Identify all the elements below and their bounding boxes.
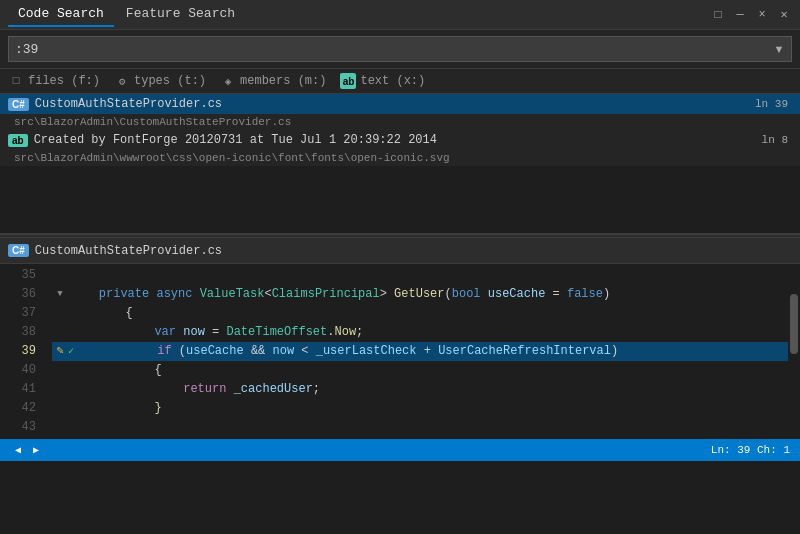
filter-members-label: members (m:): [240, 74, 326, 88]
search-dropdown-button[interactable]: ▼: [767, 37, 791, 61]
result-filename-1: CustomAuthStateProvider.cs: [35, 97, 222, 111]
code-line-43: [52, 418, 800, 437]
result-header-left-2: ab Created by FontForge 20120731 at Tue …: [8, 133, 437, 147]
nav-forward-button[interactable]: ▶: [28, 442, 44, 458]
result-path-2: src\BlazorAdmin\wwwroot\css\open-iconic\…: [0, 150, 800, 166]
nav-arrows: ◀ ▶: [10, 442, 44, 458]
line-indicator-41: [52, 380, 68, 399]
code-line-38-text: var now = DateTimeOffset.Now;: [68, 323, 363, 342]
text-icon: ab: [340, 73, 356, 89]
line-num-37: 37: [0, 304, 36, 323]
code-line-40: {: [52, 361, 800, 380]
result-header-2: ab Created by FontForge 20120731 at Tue …: [0, 130, 800, 150]
line-indicator-42: [52, 399, 68, 418]
line-num-42: 42: [0, 399, 36, 418]
tab-feature-search[interactable]: Feature Search: [116, 2, 245, 27]
line-indicator-35: [52, 266, 68, 285]
line-indicator-40: [52, 361, 68, 380]
result-header-left-1: C# CustomAuthStateProvider.cs: [8, 97, 222, 111]
filter-text[interactable]: ab text (x:): [340, 73, 425, 89]
code-line-37: {: [52, 304, 800, 323]
code-line-42-text: }: [68, 399, 162, 418]
line-num-35: 35: [0, 266, 36, 285]
result-linenum-2: ln 8: [762, 134, 788, 146]
line-indicator-43: [52, 418, 68, 437]
results-area: C# CustomAuthStateProvider.cs ln 39 src\…: [0, 94, 800, 234]
filter-members[interactable]: ◈ members (m:): [220, 73, 326, 89]
restore-button[interactable]: □: [710, 7, 726, 23]
code-line-39-text: if (useCache && now < _userLastCheck + U…: [78, 342, 618, 361]
code-line-36-text: private async ValueTask<ClaimsPrincipal>…: [70, 285, 610, 304]
code-line-41-text: return _cachedUser;: [68, 380, 320, 399]
filter-tabs: □ files (f:) ⚙ types (t:) ◈ members (m:)…: [0, 69, 800, 94]
filter-text-label: text (x:): [360, 74, 425, 88]
types-icon: ⚙: [114, 73, 130, 89]
line-num-43: 43: [0, 418, 36, 437]
filter-files[interactable]: □ files (f:): [8, 73, 100, 89]
status-position: Ln: 39 Ch: 1: [711, 444, 790, 456]
code-line-38: var now = DateTimeOffset.Now;: [52, 323, 800, 342]
status-bar: ◀ ▶ Ln: 39 Ch: 1: [0, 439, 800, 461]
code-panel: C# CustomAuthStateProvider.cs 35 36 37 3…: [0, 238, 800, 439]
filter-files-label: files (f:): [28, 74, 100, 88]
line-num-41: 41: [0, 380, 36, 399]
code-line-37-text: {: [68, 304, 133, 323]
code-panel-header: C# CustomAuthStateProvider.cs: [0, 238, 800, 264]
file-icon: □: [8, 73, 24, 89]
title-tabs: Code Search Feature Search: [8, 2, 245, 27]
status-left: ◀ ▶: [10, 442, 695, 458]
search-input-row: ▼: [8, 36, 792, 62]
line-num-40: 40: [0, 361, 36, 380]
line-num-36: 36: [0, 285, 36, 304]
code-line-35: [52, 266, 800, 285]
code-line-36: ▼ private async ValueTask<ClaimsPrincipa…: [52, 285, 800, 304]
line-num-39: 39: [0, 342, 36, 361]
line-numbers: 35 36 37 38 39 40 41 42 43: [0, 264, 44, 439]
code-panel-title: CustomAuthStateProvider.cs: [35, 244, 222, 258]
code-content: ▼ private async ValueTask<ClaimsPrincipa…: [44, 264, 800, 439]
code-panel-cs-badge: C#: [8, 244, 29, 257]
result-path-1: src\BlazorAdmin\CustomAuthStateProvider.…: [0, 114, 800, 130]
search-area: ▼: [0, 30, 800, 69]
result-filename-2: Created by FontForge 20120731 at Tue Jul…: [34, 133, 437, 147]
line-indicator-39: ✎: [52, 342, 68, 361]
line-39-check: ✓: [68, 342, 74, 361]
title-bar: Code Search Feature Search □ — × ✕: [0, 0, 800, 30]
result-item-1[interactable]: C# CustomAuthStateProvider.cs ln 39 src\…: [0, 94, 800, 130]
code-line-40-text: {: [68, 361, 162, 380]
tab-code-search[interactable]: Code Search: [8, 2, 114, 27]
result-linenum-1: ln 39: [755, 98, 788, 110]
scrollbar[interactable]: [788, 264, 800, 439]
result-item-2[interactable]: ab Created by FontForge 20120731 at Tue …: [0, 130, 800, 166]
close-button[interactable]: ✕: [776, 7, 792, 23]
line-indicator-37: [52, 304, 68, 323]
filter-types-label: types (t:): [134, 74, 206, 88]
members-icon: ◈: [220, 73, 236, 89]
code-line-39: ✎ ✓ if (useCache && now < _userLastCheck…: [52, 342, 800, 361]
code-line-41: return _cachedUser;: [52, 380, 800, 399]
line-num-38: 38: [0, 323, 36, 342]
collapse-36[interactable]: ▼: [52, 287, 68, 303]
minimize-button[interactable]: —: [732, 7, 748, 23]
nav-back-button[interactable]: ◀: [10, 442, 26, 458]
scroll-thumb[interactable]: [790, 294, 798, 354]
cs-badge-1: C#: [8, 98, 29, 111]
pin-button[interactable]: ×: [754, 7, 770, 23]
title-controls: □ — × ✕: [710, 7, 792, 23]
result-header-1: C# CustomAuthStateProvider.cs ln 39: [0, 94, 800, 114]
line-indicator-38: [52, 323, 68, 342]
search-input[interactable]: [9, 42, 767, 57]
ab-badge-2: ab: [8, 134, 28, 147]
code-area: 35 36 37 38 39 40 41 42 43 ▼ private asy…: [0, 264, 800, 439]
filter-types[interactable]: ⚙ types (t:): [114, 73, 206, 89]
code-line-42: }: [52, 399, 800, 418]
